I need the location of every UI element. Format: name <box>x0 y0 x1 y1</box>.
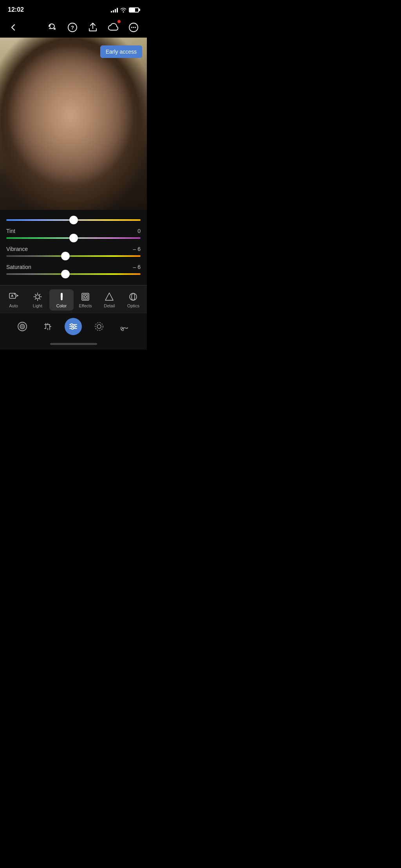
svg-point-18 <box>61 293 62 294</box>
saturation-slider-row: Saturation – 6 <box>6 264 141 275</box>
help-button[interactable]: ? <box>65 20 79 34</box>
battery-icon <box>129 7 139 13</box>
saturation-value: – 6 <box>133 264 141 270</box>
selective-button[interactable] <box>90 318 108 335</box>
signal-icon <box>111 7 118 13</box>
vibrance-label: Vibrance <box>6 246 28 252</box>
color-icon: 🌡 <box>56 292 67 302</box>
svg-line-13 <box>35 294 36 295</box>
vibrance-track[interactable] <box>6 255 141 257</box>
saturation-thumb[interactable] <box>61 270 70 278</box>
status-icons <box>111 7 139 13</box>
optics-label: Optics <box>127 303 139 308</box>
svg-point-8 <box>36 295 40 299</box>
status-bar: 12:02 <box>0 0 147 17</box>
vibrance-slider-row: Vibrance – 6 <box>6 246 141 257</box>
temperature-thumb[interactable] <box>69 216 78 224</box>
home-bar <box>50 343 97 345</box>
optics-icon <box>128 292 138 302</box>
svg-point-5 <box>135 27 136 28</box>
tab-effects[interactable]: Effects <box>74 289 98 310</box>
detail-icon <box>104 292 114 302</box>
temperature-track[interactable] <box>6 219 141 221</box>
tint-slider-row: Tint 0 <box>6 228 141 239</box>
sliders-panel: Tint 0 Vibrance – 6 Saturation – 6 <box>0 210 147 285</box>
tool-tabs: Auto Light 🌡 <box>0 285 147 313</box>
svg-point-7 <box>14 293 15 294</box>
svg-rect-21 <box>83 294 88 299</box>
auto-label: Auto <box>9 303 18 308</box>
tint-thumb[interactable] <box>69 234 78 242</box>
effects-label: Effects <box>79 303 92 308</box>
svg-marker-23 <box>105 293 113 300</box>
home-indicator-area <box>0 340 147 350</box>
bottom-action-bar <box>0 313 147 340</box>
wifi-icon <box>120 7 126 13</box>
detail-label: Detail <box>104 303 115 308</box>
early-access-button[interactable]: Early access <box>100 45 142 58</box>
light-icon <box>33 292 43 302</box>
saturation-track[interactable] <box>6 273 141 275</box>
svg-point-33 <box>74 326 76 328</box>
svg-point-22 <box>84 296 87 298</box>
top-toolbar: ? <box>0 17 147 38</box>
toolbar-actions: ? <box>45 20 141 34</box>
tab-light[interactable]: Light <box>25 289 49 310</box>
more-options-button[interactable] <box>126 20 141 34</box>
svg-point-3 <box>131 27 132 28</box>
svg-point-32 <box>71 324 73 326</box>
svg-point-35 <box>95 323 103 330</box>
photo-content <box>0 38 147 210</box>
share-button[interactable] <box>86 20 100 34</box>
mask-button[interactable] <box>14 318 31 335</box>
vibrance-thumb[interactable] <box>61 252 70 260</box>
svg-point-24 <box>130 293 137 300</box>
tab-optics[interactable]: Optics <box>121 289 145 310</box>
svg-point-34 <box>72 328 74 330</box>
temperature-slider-row <box>6 219 141 221</box>
svg-text:?: ? <box>71 25 74 31</box>
svg-point-36 <box>97 325 101 328</box>
status-time: 12:02 <box>8 6 24 13</box>
cloud-alert-dot <box>117 20 121 23</box>
adjust-button[interactable] <box>65 318 82 335</box>
svg-line-16 <box>35 299 36 300</box>
effects-icon <box>80 292 90 302</box>
healing-button[interactable] <box>116 318 133 335</box>
tab-detail[interactable]: Detail <box>98 289 121 310</box>
tint-track[interactable] <box>6 237 141 239</box>
light-label: Light <box>33 303 42 308</box>
photo-preview: Early access <box>0 38 147 210</box>
tint-label: Tint <box>6 228 15 234</box>
svg-line-15 <box>39 294 40 295</box>
saturation-label: Saturation <box>6 264 31 270</box>
svg-text:🌡: 🌡 <box>60 296 63 300</box>
svg-line-14 <box>39 299 40 300</box>
vibrance-value: – 6 <box>133 246 141 252</box>
auto-icon <box>9 292 19 302</box>
tab-color[interactable]: 🌡 Color <box>49 289 73 310</box>
crop-button[interactable] <box>39 318 56 335</box>
tab-auto[interactable]: Auto <box>2 289 25 310</box>
color-label: Color <box>56 303 67 308</box>
back-button[interactable] <box>6 20 20 34</box>
tint-value: 0 <box>137 228 141 234</box>
cloud-sync-button[interactable] <box>106 20 120 34</box>
svg-point-4 <box>133 27 134 28</box>
undo-button[interactable] <box>45 20 59 34</box>
svg-point-25 <box>132 293 135 300</box>
